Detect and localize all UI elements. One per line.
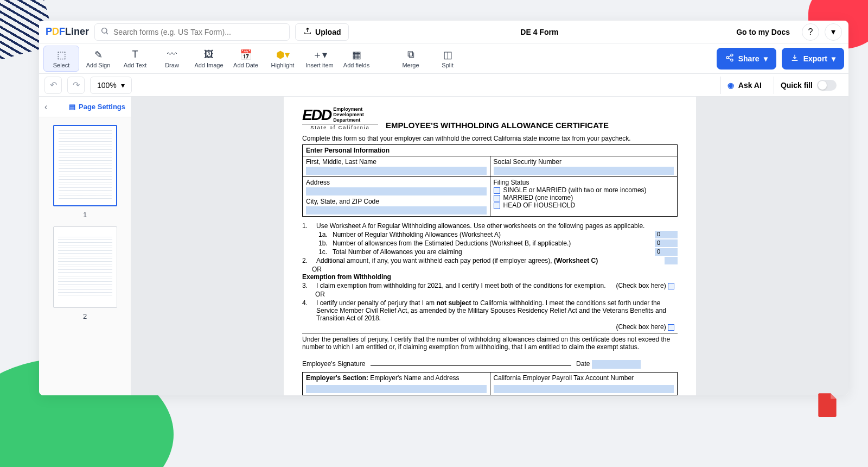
- document-viewport[interactable]: EDD EmploymentDevelopmentDepartment Stat…: [131, 97, 848, 395]
- more-menu-button[interactable]: ▾: [825, 23, 842, 41]
- page-settings-button[interactable]: ▤ Page Settings: [69, 103, 125, 111]
- ssn-field[interactable]: [494, 167, 674, 175]
- app-window: PDFLiner Upload DE 4 Form Go to my Docs …: [39, 21, 848, 395]
- svg-line-5: [728, 55, 731, 57]
- goto-docs-button[interactable]: Go to my Docs: [730, 24, 796, 40]
- redo-button[interactable]: ↷: [67, 77, 85, 94]
- undo-icon: ↶: [50, 80, 57, 90]
- city-label: City, State, and ZIP Code: [306, 198, 487, 205]
- checkbox-exempt-3[interactable]: [668, 283, 674, 289]
- field-1b[interactable]: 0: [655, 239, 678, 247]
- pdf-app-icon: [814, 391, 841, 418]
- sign-icon: ✎: [94, 49, 103, 61]
- document-name[interactable]: DE 4 Form: [515, 28, 564, 36]
- employer-name-field[interactable]: [306, 385, 487, 393]
- penalty-statement: Under the penalties of perjury, I certif…: [302, 336, 678, 351]
- search-box[interactable]: [94, 23, 290, 41]
- svg-point-0: [102, 28, 107, 33]
- signature-field[interactable]: [371, 358, 571, 366]
- tool-add-sign[interactable]: ✎Add Sign: [80, 46, 116, 72]
- instructions-list: 1.Use Worksheet A for Regular Withholdin…: [302, 222, 678, 369]
- date-label: Date: [576, 360, 590, 368]
- export-button[interactable]: Export ▾: [782, 48, 844, 70]
- signature-label: Employee's Signature: [302, 360, 365, 368]
- logo-rest: Liner: [65, 26, 89, 37]
- highlight-icon: ⬢▾: [276, 49, 290, 61]
- fields-icon: ▦: [352, 49, 361, 61]
- logo-f: F: [59, 26, 65, 37]
- city-field[interactable]: [306, 206, 487, 214]
- upload-button[interactable]: Upload: [295, 23, 349, 41]
- section-header: Enter Personal Information: [303, 145, 678, 156]
- svg-line-1: [106, 33, 108, 34]
- thumbnail-list[interactable]: 1 2: [39, 117, 131, 395]
- draw-icon: 〰: [167, 49, 177, 61]
- filing-label: Filing Status: [494, 179, 529, 186]
- logo[interactable]: PDFLiner: [46, 26, 89, 37]
- upload-label: Upload: [315, 28, 341, 36]
- search-icon: [100, 27, 109, 37]
- thumbnail-page-1[interactable]: [53, 125, 117, 206]
- tool-add-image[interactable]: 🖼Add Image: [191, 46, 227, 72]
- document-page: EDD EmploymentDevelopmentDepartment Stat…: [284, 97, 696, 395]
- checkbox-married[interactable]: [494, 195, 500, 201]
- tool-add-text[interactable]: TAdd Text: [117, 46, 153, 72]
- help-icon: ?: [808, 27, 813, 37]
- upload-icon: [303, 27, 312, 37]
- thumb-label-2: 2: [50, 312, 120, 320]
- ssn-label: Social Security Number: [494, 158, 561, 166]
- toolbar: ⬚Select ✎Add Sign TAdd Text 〰Draw 🖼Add I…: [39, 43, 848, 74]
- svg-point-3: [726, 56, 729, 59]
- tool-select[interactable]: ⬚Select: [43, 46, 79, 72]
- zoom-value: 100%: [97, 81, 117, 90]
- employer-acct-field[interactable]: [494, 385, 674, 393]
- intro-text: Complete this form so that your employer…: [302, 135, 678, 142]
- tool-insert-item[interactable]: ＋▾Insert item: [302, 46, 337, 72]
- select-icon: ⬚: [57, 49, 66, 61]
- field-2[interactable]: [665, 257, 678, 264]
- thumbnail-page-2[interactable]: [53, 226, 117, 308]
- checkbox-single[interactable]: [494, 187, 500, 194]
- undo-button[interactable]: ↶: [44, 77, 62, 94]
- checkbox-hoh[interactable]: [494, 203, 500, 209]
- share-button[interactable]: Share ▾: [717, 48, 776, 70]
- edd-logo: EDD EmploymentDevelopmentDepartment Stat…: [302, 106, 378, 130]
- help-button[interactable]: ?: [802, 23, 819, 41]
- checkbox-exempt-4[interactable]: [668, 324, 674, 331]
- logo-p: P: [46, 26, 52, 37]
- top-bar: PDFLiner Upload DE 4 Form Go to my Docs …: [39, 21, 848, 43]
- page-sidebar: ‹ ▤ Page Settings 1 2: [39, 97, 131, 395]
- redo-icon: ↷: [73, 80, 80, 90]
- address-field[interactable]: [306, 187, 487, 195]
- chevron-down-icon: ▾: [832, 54, 835, 63]
- svg-point-4: [731, 59, 733, 61]
- zoom-select[interactable]: 100% ▾: [90, 77, 132, 94]
- tool-add-fields[interactable]: ▦Add fields: [339, 46, 374, 72]
- chevron-down-icon: ▾: [831, 27, 835, 37]
- ask-ai-button[interactable]: ◉ Ask AI: [720, 77, 768, 94]
- tool-merge[interactable]: ⧉Merge: [393, 46, 429, 72]
- date-field[interactable]: [592, 360, 641, 369]
- image-icon: 🖼: [204, 49, 214, 61]
- tool-draw[interactable]: 〰Draw: [154, 46, 190, 72]
- date-icon: 📅: [240, 49, 252, 61]
- sub-toolbar: ↶ ↷ 100% ▾ ◉ Ask AI Quick fill: [39, 74, 848, 97]
- tool-split[interactable]: ◫Split: [430, 46, 465, 72]
- name-label: First, Middle, Last Name: [306, 158, 376, 166]
- merge-icon: ⧉: [407, 49, 414, 61]
- tool-add-date[interactable]: 📅Add Date: [228, 46, 264, 72]
- text-icon: T: [132, 49, 138, 61]
- tool-highlight[interactable]: ⬢▾Highlight: [265, 46, 301, 72]
- logo-d: D: [52, 26, 59, 37]
- name-field[interactable]: [306, 167, 487, 175]
- chevron-down-icon: ▾: [121, 81, 125, 90]
- split-icon: ◫: [443, 49, 452, 61]
- search-input[interactable]: [113, 28, 284, 36]
- svg-line-6: [728, 58, 731, 60]
- toggle-switch[interactable]: [817, 80, 837, 91]
- chevron-down-icon: ▾: [764, 54, 768, 63]
- field-1c[interactable]: 0: [655, 248, 678, 256]
- quick-fill-toggle[interactable]: Quick fill: [774, 77, 843, 94]
- field-1a[interactable]: 0: [655, 231, 678, 238]
- collapse-sidebar-button[interactable]: ‹: [44, 102, 47, 112]
